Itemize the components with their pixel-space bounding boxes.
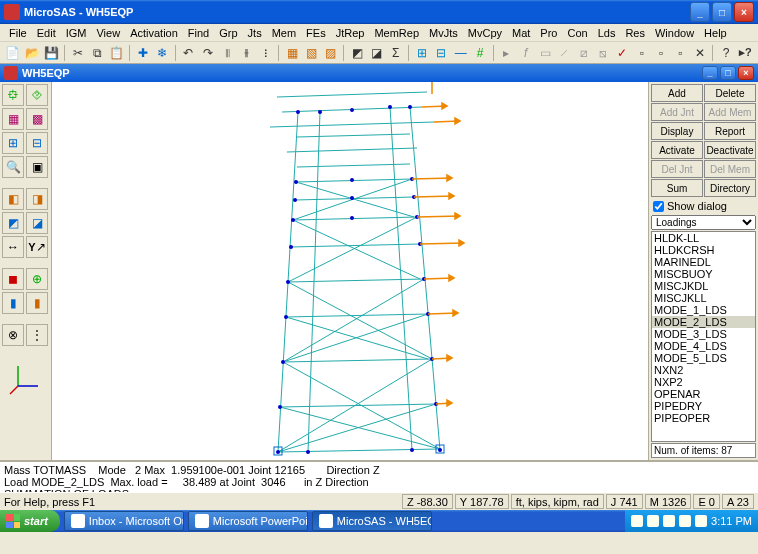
menu-mat[interactable]: Mat xyxy=(507,26,535,40)
palette-move[interactable]: ↔ xyxy=(2,236,24,258)
show-dialog-check[interactable]: Show dialog xyxy=(651,198,756,214)
list-item[interactable]: MARINEDL xyxy=(652,256,755,268)
list-item[interactable]: NXP2 xyxy=(652,376,755,388)
list-item-selected[interactable]: MODE_2_LDS xyxy=(652,316,755,328)
tool-whatsthis[interactable]: ▸? xyxy=(737,44,754,62)
menu-mvjts[interactable]: MvJts xyxy=(424,26,463,40)
tool-play[interactable]: ▸ xyxy=(498,44,515,62)
list-item[interactable]: HLDKCRSH xyxy=(652,244,755,256)
tool-box1[interactable]: ▫ xyxy=(633,44,650,62)
palette-sel4[interactable]: ◪ xyxy=(26,212,48,234)
list-item[interactable]: PIPEOPER xyxy=(652,412,755,424)
menu-grp[interactable]: Grp xyxy=(214,26,242,40)
list-item[interactable]: MISCBUOY xyxy=(652,268,755,280)
tool-arrow-right[interactable]: ↷ xyxy=(199,44,216,62)
btn-activate[interactable]: Activate xyxy=(651,141,703,159)
menu-igm[interactable]: IGM xyxy=(61,26,92,40)
close-button[interactable]: × xyxy=(734,2,754,22)
doc-maximize-button[interactable]: □ xyxy=(720,66,736,80)
system-tray[interactable]: 3:11 PM xyxy=(625,510,758,532)
tray-icon[interactable] xyxy=(695,515,707,527)
palette-sel3[interactable]: ◩ xyxy=(2,212,24,234)
menu-edit[interactable]: Edit xyxy=(32,26,61,40)
menu-mem[interactable]: Mem xyxy=(267,26,301,40)
task-microsas[interactable]: MicroSAS - WH5EQP xyxy=(312,511,432,531)
start-button[interactable]: start xyxy=(0,510,60,532)
list-item[interactable]: MISCJKDL xyxy=(652,280,755,292)
btn-delete[interactable]: Delete xyxy=(704,84,756,102)
category-select[interactable]: Loadings xyxy=(651,215,756,230)
palette-dots[interactable]: ⋮ xyxy=(26,324,48,346)
palette-view-top[interactable]: ▦ xyxy=(2,108,24,130)
tool-open[interactable]: 📂 xyxy=(23,44,40,62)
tool-cut[interactable]: ✂ xyxy=(69,44,86,62)
list-item[interactable]: HLDK-LL xyxy=(652,232,755,244)
loading-listbox[interactable]: HLDK-LL HLDKCRSH MARINEDL MISCBUOY MISCJ… xyxy=(651,231,756,442)
clock[interactable]: 3:11 PM xyxy=(711,515,752,527)
minimize-button[interactable]: _ xyxy=(690,2,710,22)
btn-report[interactable]: Report xyxy=(704,122,756,140)
tool-e[interactable]: ⧅ xyxy=(594,44,611,62)
menu-file[interactable]: File xyxy=(4,26,32,40)
menu-mvcpy[interactable]: MvCpy xyxy=(463,26,507,40)
tool-help[interactable]: ? xyxy=(717,44,734,62)
list-item[interactable]: MODE_5_LDS xyxy=(652,352,755,364)
btn-display[interactable]: Display xyxy=(651,122,703,140)
palette-sel1[interactable]: ◧ xyxy=(2,188,24,210)
list-item[interactable]: MODE_1_LDS xyxy=(652,304,755,316)
menu-activation[interactable]: Activation xyxy=(125,26,183,40)
palette-zoom-out[interactable]: ▣ xyxy=(26,156,48,178)
list-item[interactable]: PIPEDRY xyxy=(652,400,755,412)
tool-view2[interactable]: ◪ xyxy=(368,44,385,62)
menu-jtrep[interactable]: JtRep xyxy=(331,26,370,40)
tool-plus[interactable]: ✚ xyxy=(134,44,151,62)
tool-paste[interactable]: 📋 xyxy=(108,44,125,62)
maximize-button[interactable]: □ xyxy=(712,2,732,22)
btn-add[interactable]: Add xyxy=(651,84,703,102)
list-item[interactable]: MISCJKLL xyxy=(652,292,755,304)
tool-b[interactable]: ▭ xyxy=(536,44,553,62)
menu-memrep[interactable]: MemRep xyxy=(369,26,424,40)
menu-jts[interactable]: Jts xyxy=(243,26,267,40)
tool-layer2[interactable]: ▧ xyxy=(303,44,320,62)
tool-c[interactable]: ⟋ xyxy=(556,44,573,62)
tool-line[interactable]: — xyxy=(452,44,469,62)
palette-green[interactable]: ⊕ xyxy=(26,268,48,290)
palette-orange[interactable]: ▮ xyxy=(26,292,48,314)
palette-blue[interactable]: ▮ xyxy=(2,292,24,314)
tray-icon[interactable] xyxy=(631,515,643,527)
tool-box3[interactable]: ▫ xyxy=(672,44,689,62)
tool-save[interactable]: 💾 xyxy=(43,44,60,62)
palette-view-side[interactable]: ▩ xyxy=(26,108,48,130)
show-dialog-checkbox[interactable] xyxy=(653,201,664,212)
menu-con[interactable]: Con xyxy=(562,26,592,40)
palette-sel2[interactable]: ◨ xyxy=(26,188,48,210)
model-viewport[interactable] xyxy=(52,82,648,460)
btn-directory[interactable]: Directory xyxy=(704,179,756,197)
doc-close-button[interactable]: × xyxy=(738,66,754,80)
tool-grid1[interactable]: ⊞ xyxy=(413,44,430,62)
menu-window[interactable]: Window xyxy=(650,26,699,40)
list-item[interactable]: NXN2 xyxy=(652,364,755,376)
tool-align3[interactable]: ⫶ xyxy=(257,44,274,62)
task-outb270[interactable]: Inbox - Microsoft Out... xyxy=(64,511,184,531)
menu-find[interactable]: Find xyxy=(183,26,214,40)
tool-x[interactable]: ✕ xyxy=(691,44,708,62)
tool-layer1[interactable]: ▦ xyxy=(283,44,300,62)
tool-view1[interactable]: ◩ xyxy=(348,44,365,62)
tool-copy[interactable]: ⧉ xyxy=(88,44,105,62)
tool-check[interactable]: ✓ xyxy=(614,44,631,62)
tool-align1[interactable]: ⫴ xyxy=(218,44,235,62)
menu-res[interactable]: Res xyxy=(620,26,650,40)
tool-sigma[interactable]: Σ xyxy=(387,44,404,62)
palette-zoom-in[interactable]: 🔍 xyxy=(2,156,24,178)
list-item[interactable]: OPENAR xyxy=(652,388,755,400)
task-powerpoint[interactable]: Microsoft PowerPoint ... xyxy=(188,511,308,531)
tool-arrow-left[interactable]: ↶ xyxy=(180,44,197,62)
doc-minimize-button[interactable]: _ xyxy=(702,66,718,80)
tray-icon[interactable] xyxy=(679,515,691,527)
list-item[interactable]: MODE_3_LDS xyxy=(652,328,755,340)
tool-a[interactable]: f xyxy=(517,44,534,62)
tool-new[interactable]: 📄 xyxy=(4,44,21,62)
tool-align2[interactable]: ⫵ xyxy=(238,44,255,62)
